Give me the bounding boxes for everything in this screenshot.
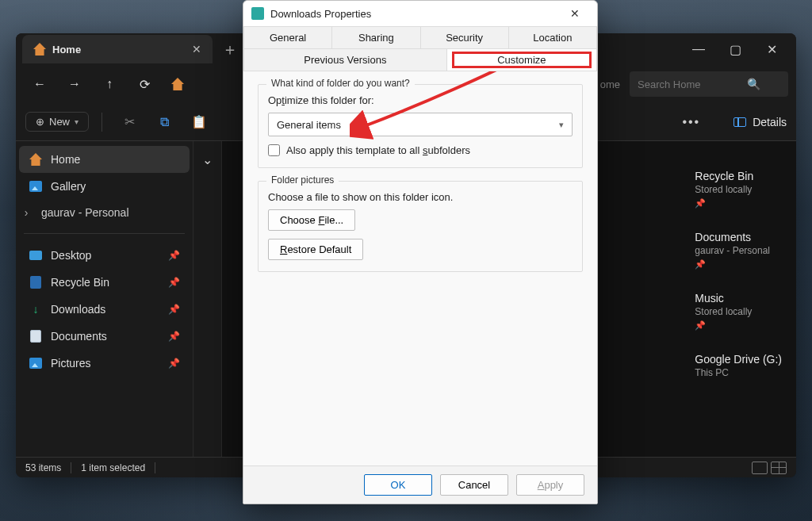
folder-pictures-text: Choose a file to show on this folder ico… [268,191,573,203]
restore-default-button[interactable]: Restore Default [268,239,363,260]
sidebar-item-label: Downloads [51,303,105,316]
documents-icon [30,330,41,343]
item-title: Documents [695,231,782,243]
chevron-down-icon: ▾ [559,120,564,130]
sidebar-item-documents[interactable]: Documents 📌 [19,323,190,350]
ok-button[interactable]: OK [364,474,432,496]
home-icon [171,78,184,90]
separator [102,113,102,132]
tab-previous-versions[interactable]: Previous Versions [243,48,447,71]
sidebar-item-home[interactable]: Home [19,146,190,173]
new-button[interactable]: ⊕ New ▾ [25,112,89,132]
list-item[interactable]: Google Drive (G:) This PC [695,353,782,378]
sidebar-item-pictures[interactable]: Pictures 📌 [19,350,190,377]
search-input[interactable] [638,79,741,90]
search-box[interactable]: 🔍 [630,71,788,97]
choose-file-button[interactable]: Choose File... [268,209,355,231]
explorer-tab-label: Home [52,44,81,56]
sidebar-item-desktop[interactable]: Desktop 📌 [19,242,190,269]
sidebar-item-label: gaurav - Personal [41,206,129,219]
tab-close-icon[interactable]: ✕ [192,43,201,56]
status-selection: 1 item selected [81,462,145,473]
address-home-button[interactable] [163,68,192,100]
up-button[interactable]: ↑ [94,68,125,100]
plus-icon: ⊕ [36,116,44,128]
item-subtitle: Stored locally [695,306,782,317]
pictures-icon [29,358,42,369]
sidebar-item-gallery[interactable]: Gallery [19,173,190,200]
sidebar-item-label: Documents [51,330,107,343]
dialog-tabs: General Sharing Security Location Previo… [243,26,597,71]
optimize-combobox[interactable]: General items ▾ [268,113,573,136]
item-title: Google Drive (G:) [695,353,782,366]
sidebar-item-label: Home [51,153,80,166]
list-item[interactable]: Documents gaurav - Personal 📌 [695,231,782,270]
refresh-button[interactable]: ⟳ [128,68,160,100]
close-button[interactable]: ✕ [753,33,790,65]
list-view-button[interactable] [752,462,768,474]
cancel-button[interactable]: Cancel [440,474,508,496]
tab-security[interactable]: Security [421,26,509,48]
tab-customize[interactable]: Customize [447,48,597,71]
item-subtitle: This PC [695,367,782,378]
search-icon: 🔍 [747,78,760,90]
separator [71,462,71,473]
tab-location[interactable]: Location [509,26,597,48]
dialog-close-button[interactable]: ✕ [561,2,589,25]
group-folder-pictures: Folder pictures Choose a file to show on… [258,181,583,272]
grid-view-button[interactable] [771,462,787,474]
list-item[interactable]: Recycle Bin Stored locally 📌 [695,170,782,209]
pin-icon: 📌 [695,320,782,331]
maximize-button[interactable]: ▢ [717,33,753,65]
pin-icon: 📌 [168,250,180,261]
tab-sharing[interactable]: Sharing [332,26,420,48]
explorer-tab-home[interactable]: Home ✕ [22,35,213,63]
status-item-count: 53 items [25,462,61,473]
downloads-icon: ↓ [29,302,43,316]
back-button[interactable]: ← [24,68,56,100]
apply-button[interactable]: Apply [516,474,584,496]
sidebar-item-recycle-bin[interactable]: Recycle Bin 📌 [19,269,190,296]
sidebar-item-downloads[interactable]: ↓ Downloads 📌 [19,296,190,323]
item-subtitle: Stored locally [695,184,782,195]
sidebar-item-label: Recycle Bin [51,276,109,289]
group-legend: Folder pictures [266,174,339,186]
optimize-label: Optimize this folder for: [268,94,573,106]
item-title: Music [695,292,782,305]
checkbox-label: Also apply this template to all subfolde… [286,144,470,156]
cut-button[interactable]: ✂ [115,108,144,136]
window-controls: — ▢ ✕ [680,33,790,65]
dialog-title: Downloads Properties [270,8,371,20]
list-item[interactable]: Music Stored locally 📌 [695,292,782,331]
quick-access-list: Recycle Bin Stored locally 📌 Documents g… [695,170,782,378]
pin-icon: 📌 [695,259,782,270]
pin-icon: 📌 [168,358,180,369]
new-button-label: New [49,116,70,128]
gallery-icon [29,181,42,192]
clipboard-group: ✂ ⧉ 📋 [115,108,213,136]
sidebar-item-onedrive[interactable]: › gaurav - Personal [19,200,190,225]
forward-button[interactable]: → [59,68,90,100]
explorer-tabstrip: Home ✕ ＋ [22,33,244,65]
separator [155,462,155,473]
pin-icon: 📌 [695,198,782,209]
details-pane-button[interactable]: Details [733,116,787,128]
home-icon [29,153,42,166]
apply-subfolders-checkbox[interactable]: Also apply this template to all subfolde… [268,144,573,156]
new-tab-button[interactable]: ＋ [216,39,244,60]
dialog-titlebar: Downloads Properties ✕ [243,1,597,26]
details-icon [733,117,746,127]
tab-general[interactable]: General [243,26,332,48]
group-folder-type: What kind of folder do you want? Optimiz… [258,84,583,168]
pin-icon: 📌 [168,331,180,342]
checkbox-input[interactable] [268,144,280,156]
pin-icon: 📌 [168,304,180,315]
view-toggle [752,462,787,474]
nav-expand-chevron[interactable]: ⌄ [193,141,222,457]
dialog-footer: OK Cancel Apply [243,465,597,504]
copy-button[interactable]: ⧉ [150,108,178,136]
paste-button[interactable]: 📋 [185,108,213,136]
combo-value: General items [277,119,341,131]
more-button[interactable]: ••• [682,115,700,129]
minimize-button[interactable]: — [680,33,717,65]
